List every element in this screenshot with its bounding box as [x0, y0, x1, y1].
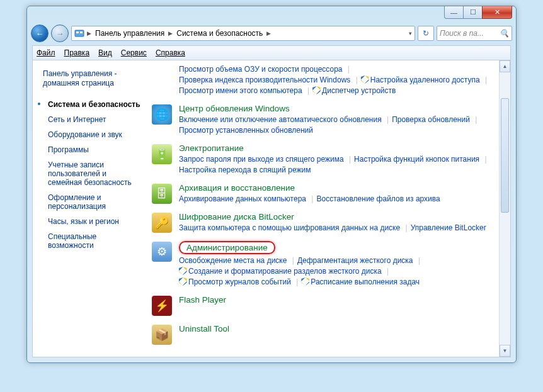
task-link[interactable]: Просмотр объема ОЗУ и скорости процессор… [179, 65, 343, 74]
category-title[interactable]: Архивация и восстановление [179, 183, 295, 193]
category-0: Просмотр объема ОЗУ и скорости процессор… [147, 60, 500, 100]
link-separator: | [384, 115, 392, 124]
menu-tools[interactable]: Сервис [121, 48, 147, 57]
maximize-button[interactable]: ☐ [463, 6, 483, 19]
sidebar-item-5[interactable]: Оформление и персонализация [43, 190, 141, 214]
task-link[interactable]: Управление BitLocker [411, 223, 486, 232]
breadcrumb-current[interactable]: Система и безопасность [175, 29, 264, 38]
sidebar-item-3[interactable]: Программы [43, 142, 141, 157]
breadcrumb-sep-icon: ▶ [167, 30, 174, 36]
menu-help[interactable]: Справка [156, 48, 185, 57]
task-link[interactable]: Восстановление файлов из архива [316, 194, 440, 203]
category-4: 🔑Шифрование диска BitLockerЗащита компью… [147, 208, 500, 237]
category-title[interactable]: Uninstall Tool [179, 324, 229, 333]
svg-rect-2 [80, 31, 83, 33]
category-title[interactable]: Шифрование диска BitLocker [179, 212, 294, 221]
category-links: Запрос пароля при выходе из спящего режи… [179, 154, 494, 176]
scrollbar[interactable]: ▲ ▼ [499, 60, 510, 357]
sidebar-item-6[interactable]: Часы, язык и регион [43, 214, 141, 229]
task-link[interactable]: Создание и форматирование разделов жестк… [188, 267, 382, 276]
shield-icon [312, 86, 321, 94]
menu-view[interactable]: Вид [98, 48, 112, 57]
sidebar-item-0[interactable]: Система и безопасность [43, 97, 141, 112]
navigation-bar: ← → ▶ Панель управления ▶ Система и безо… [31, 24, 512, 43]
category-title[interactable]: Администрирование [179, 241, 275, 254]
category-title[interactable]: Flash Player [179, 295, 226, 305]
task-link[interactable]: Настройка перехода в спящий режим [179, 165, 311, 174]
task-link[interactable]: Просмотр журналов событий [188, 277, 291, 286]
admin-icon: ⚙ [151, 241, 173, 262]
task-link[interactable]: Просмотр имени этого компьютера [179, 86, 302, 95]
blank-icon [151, 64, 173, 86]
shield-icon [301, 277, 309, 286]
uninstall-icon: 📦 [151, 324, 173, 345]
link-separator: | [353, 76, 361, 84]
shield-icon [179, 277, 187, 286]
task-link[interactable]: Просмотр установленных обновлений [179, 126, 313, 135]
address-bar[interactable]: ▶ Панель управления ▶ Система и безопасн… [71, 26, 415, 41]
task-link[interactable]: Проверка обновлений [392, 115, 470, 124]
client-area: Панель управления - домашняя страница Си… [32, 60, 511, 357]
link-separator: | [384, 267, 392, 276]
task-link[interactable]: Расписание выполнения задач [311, 277, 420, 286]
category-5: ⚙АдминистрированиеОсвобождение места на … [147, 237, 500, 291]
category-links: Включение или отключение автоматического… [179, 115, 494, 136]
refresh-button[interactable]: ↻ [418, 26, 434, 41]
link-separator: | [304, 86, 312, 95]
category-6: ⚡Flash Player [147, 291, 500, 320]
sidebar-item-4[interactable]: Учетные записи пользователей и семейная … [43, 157, 141, 190]
link-separator: | [403, 223, 411, 232]
sidebar-item-7[interactable]: Специальные возможности [43, 229, 141, 253]
menu-file[interactable]: Файл [37, 48, 55, 57]
category-links: Архивирование данных компьютера |Восстан… [179, 194, 494, 204]
sidebar: Панель управления - домашняя страница Си… [33, 60, 147, 357]
scroll-up-button[interactable]: ▲ [500, 60, 510, 72]
address-dropdown-icon[interactable]: ▾ [409, 30, 412, 36]
close-button[interactable]: ✕ [482, 6, 512, 19]
task-link[interactable]: Настройка удаленного доступа [370, 76, 480, 84]
scroll-thumb[interactable] [501, 98, 509, 213]
link-separator: | [345, 65, 353, 74]
category-title[interactable]: Центр обновления Windows [179, 104, 290, 113]
minimize-button[interactable]: — [444, 6, 464, 19]
category-title[interactable]: Электропитание [179, 143, 244, 153]
nav-back-button[interactable]: ← [31, 25, 49, 42]
task-link[interactable]: Настройка функций кнопок питания [354, 155, 479, 164]
window-frame: — ☐ ✕ ← → ▶ Панель управления ▶ Система … [26, 6, 517, 363]
link-separator: | [472, 115, 480, 124]
lock-icon: 🔑 [151, 212, 173, 233]
link-separator: | [308, 194, 316, 203]
task-link[interactable]: Диспетчер устройств [322, 86, 396, 95]
task-link[interactable]: Освобождение места на диске [179, 256, 287, 265]
svg-rect-1 [76, 31, 79, 33]
search-box[interactable]: Поиск в па... 🔍 [437, 26, 512, 41]
scroll-down-button[interactable]: ▼ [500, 345, 510, 357]
breadcrumb-sep-icon: ▶ [86, 30, 93, 36]
breadcrumb-root[interactable]: Панель управления [94, 29, 166, 38]
main-panel: Просмотр объема ОЗУ и скорости процессор… [147, 60, 510, 357]
task-link[interactable]: Защита компьютера с помощью шифрования д… [179, 223, 400, 232]
shield-icon [179, 267, 187, 275]
sidebar-item-1[interactable]: Сеть и Интернет [43, 112, 141, 127]
nav-forward-button[interactable]: → [51, 25, 69, 42]
globe-icon: 🌐 [151, 104, 173, 125]
control-panel-icon [74, 28, 84, 38]
task-link[interactable]: Дефрагментация жесткого диска [297, 256, 413, 265]
sidebar-item-2[interactable]: Оборудование и звук [43, 127, 141, 142]
sidebar-home-link[interactable]: Панель управления - домашняя страница [43, 69, 141, 88]
category-links: Защита компьютера с помощью шифрования д… [179, 223, 494, 233]
link-separator: | [346, 155, 354, 164]
category-1: 🌐Центр обновления WindowsВключение или о… [147, 100, 500, 140]
category-2: 🔋ЭлектропитаниеЗапрос пароля при выходе … [147, 140, 500, 179]
menu-bar: Файл Правка Вид Сервис Справка [32, 45, 511, 60]
window-caption-buttons: — ☐ ✕ [445, 6, 512, 19]
task-link[interactable]: Проверка индекса производительности Wind… [179, 76, 350, 84]
search-icon: 🔍 [500, 29, 509, 38]
link-separator: | [481, 155, 489, 164]
task-link[interactable]: Архивирование данных компьютера [179, 194, 306, 203]
flash-icon: ⚡ [151, 295, 173, 316]
task-link[interactable]: Включение или отключение автоматического… [179, 115, 382, 124]
menu-edit[interactable]: Правка [64, 48, 90, 57]
task-link[interactable]: Запрос пароля при выходе из спящего режи… [179, 155, 344, 164]
breadcrumb-sep-icon: ▶ [265, 30, 272, 36]
